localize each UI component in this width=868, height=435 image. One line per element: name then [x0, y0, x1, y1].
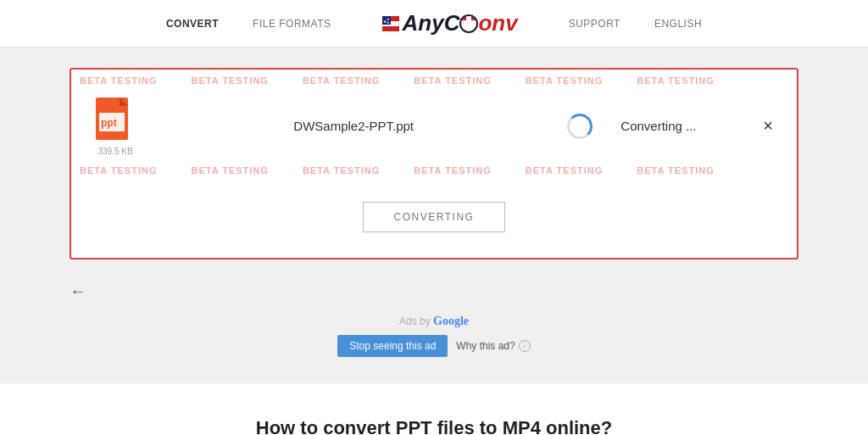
- beta-label-b2: BETA TESTING: [191, 165, 268, 177]
- svg-rect-2: [382, 26, 399, 31]
- nav-area: CONVERT FILE FORMATS ★ ★ ★ Any C: [166, 10, 702, 36]
- main-area: BETA TESTING BETA TESTING BETA TESTING B…: [0, 47, 868, 382]
- logo-c: C: [444, 10, 460, 36]
- file-icon: ppt: [94, 96, 136, 145]
- logo-icon: ★ ★ ★: [382, 16, 399, 31]
- bottom-section: How to convert PPT files to MP4 online? …: [0, 382, 868, 435]
- ads-buttons-row: Stop seeing this ad Why this ad? i: [70, 335, 798, 357]
- logo-any: Any: [403, 10, 444, 36]
- bottom-title: How to convert PPT files to MP4 online?: [17, 417, 851, 435]
- beta-label-4: BETA TESTING: [414, 75, 491, 87]
- nav-support[interactable]: SUPPORT: [569, 18, 620, 30]
- stop-seeing-button[interactable]: Stop seeing this ad: [337, 335, 448, 357]
- beta-watermark-bottom: BETA TESTING BETA TESTING BETA TESTING B…: [71, 163, 797, 184]
- ads-by-label: Ads by: [399, 315, 431, 327]
- nav-file-formats[interactable]: FILE FORMATS: [253, 18, 331, 30]
- logo-circle-icon: [459, 14, 478, 33]
- beta-label-b1: BETA TESTING: [80, 165, 157, 177]
- file-row: ppt 339.5 KB DWSample2-PPT.ppt Convertin…: [71, 92, 797, 163]
- ads-by-google: Ads by Google: [70, 315, 798, 328]
- file-icon-container: ppt 339.5 KB: [88, 96, 142, 156]
- why-ad-label: Why this ad?: [456, 340, 515, 352]
- prev-arrow[interactable]: ←: [70, 282, 86, 301]
- beta-watermark-top: BETA TESTING BETA TESTING BETA TESTING B…: [71, 70, 797, 92]
- beta-label-5: BETA TESTING: [526, 75, 603, 87]
- spinner-container: [565, 111, 595, 142]
- converter-box: BETA TESTING BETA TESTING BETA TESTING B…: [70, 68, 798, 259]
- logo-onv: onv: [478, 10, 517, 36]
- close-button[interactable]: ×: [756, 116, 780, 136]
- converting-button: CONVERTING: [363, 202, 506, 232]
- ads-section: Ads by Google Stop seeing this ad Why th…: [70, 306, 798, 374]
- why-ad-icon: i: [519, 340, 531, 352]
- beta-label-1: BETA TESTING: [80, 75, 157, 87]
- svg-text:ppt: ppt: [101, 117, 117, 129]
- google-label: Google: [433, 315, 469, 327]
- nav-english[interactable]: ENGLISH: [654, 18, 702, 30]
- converting-status: Converting ...: [620, 119, 731, 133]
- loading-spinner: [567, 114, 593, 139]
- svg-text:★: ★: [387, 20, 390, 25]
- file-size: 339.5 KB: [97, 147, 132, 156]
- header: CONVERT FILE FORMATS ★ ★ ★ Any C: [0, 0, 868, 47]
- content-wrapper: BETA TESTING BETA TESTING BETA TESTING B…: [36, 68, 832, 374]
- logo: ★ ★ ★ Any C onv: [382, 10, 518, 36]
- why-ad-area[interactable]: Why this ad? i: [456, 340, 530, 352]
- beta-label-b6: BETA TESTING: [637, 165, 714, 177]
- beta-label-2: BETA TESTING: [191, 75, 268, 87]
- nav-arrow-area: ←: [70, 276, 798, 306]
- button-area: CONVERTING: [71, 185, 797, 258]
- file-name: DWSample2-PPT.ppt: [168, 119, 539, 133]
- beta-label-b5: BETA TESTING: [526, 165, 603, 177]
- nav-convert[interactable]: CONVERT: [166, 18, 219, 30]
- beta-label-6: BETA TESTING: [637, 75, 714, 87]
- beta-label-b3: BETA TESTING: [303, 165, 380, 177]
- beta-label-b4: BETA TESTING: [414, 165, 491, 177]
- beta-label-3: BETA TESTING: [303, 75, 380, 87]
